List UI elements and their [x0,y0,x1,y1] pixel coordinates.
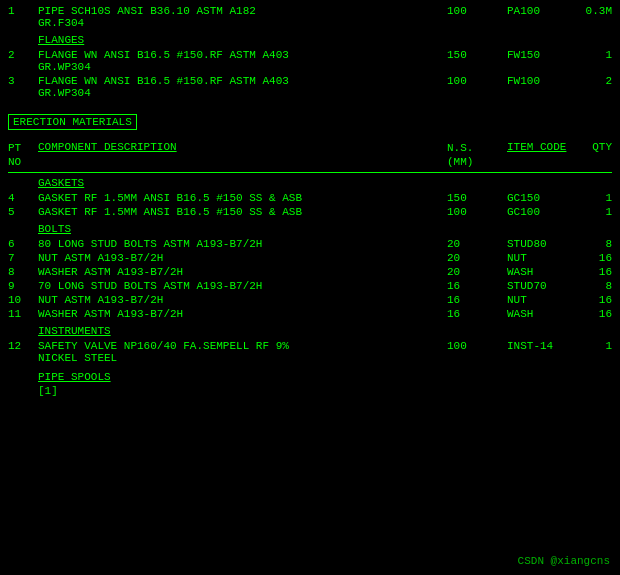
flanges-section: FLANGES 2 FLANGE WN ANSI B16.5 #150.RF A… [8,34,612,100]
qty-cell: 16 [577,308,612,320]
qty-cell: 16 [577,252,612,264]
code-cell: NUT [507,252,577,264]
desc-cell: PIPE SCH10S ANSI B36.10 ASTM A182 GR.F30… [38,5,447,29]
code-cell: STUD80 [507,238,577,250]
table-row: 12 SAFETY VALVE NP160/40 FA.SEMPELL RF 9… [8,339,612,365]
qty-cell: 16 [577,266,612,278]
ns-cell: 16 [447,308,507,320]
desc-cell: GASKET RF 1.5MM ANSI B16.5 #150 SS & ASB [38,192,447,204]
code-cell: NUT [507,294,577,306]
ns-cell: 150 [447,192,507,204]
table-row: 8 WASHER ASTM A193-B7/2H 20 WASH 16 [8,265,612,279]
qty-cell: 8 [577,280,612,292]
pt-cell: 5 [8,206,38,218]
instruments-label: INSTRUMENTS [38,325,612,337]
table-row: 7 NUT ASTM A193-B7/2H 20 NUT 16 [8,251,612,265]
desc-cell: SAFETY VALVE NP160/40 FA.SEMPELL RF 9% N… [38,340,447,364]
pt-cell: 1 [8,5,38,17]
pt-cell: 4 [8,192,38,204]
table-row: 11 WASHER ASTM A193-B7/2H 16 WASH 16 [8,307,612,321]
desc-cell: FLANGE WN ANSI B16.5 #150.RF ASTM A403 G… [38,49,447,73]
ns-cell: 100 [447,75,507,87]
pt-cell: 9 [8,280,38,292]
pipe-spools-ref: [1] [38,385,58,397]
ns-cell: 100 [447,206,507,218]
ns-cell: 16 [447,280,507,292]
item-code-header: ITEM CODE [507,141,577,153]
ns-cell: 16 [447,294,507,306]
qty-cell: 0.3M [577,5,612,17]
qty-cell: 16 [577,294,612,306]
table-row: 3 FLANGE WN ANSI B16.5 #150.RF ASTM A403… [8,74,612,100]
table-row: 10 NUT ASTM A193-B7/2H 16 NUT 16 [8,293,612,307]
desc-cell: NUT ASTM A193-B7/2H [38,252,447,264]
pt-cell: 12 [8,340,38,352]
desc-cell: WASHER ASTM A193-B7/2H [38,266,447,278]
qty-header: QTY [577,141,612,153]
pt-cell: 11 [8,308,38,320]
code-cell: GC100 [507,206,577,218]
table-row: 1 PIPE SCH10S ANSI B36.10 ASTM A182 GR.F… [8,4,612,30]
desc-cell: NUT ASTM A193-B7/2H [38,294,447,306]
qty-cell: 8 [577,238,612,250]
ns-cell: 20 [447,252,507,264]
table-row: 6 80 LONG STUD BOLTS ASTM A193-B7/2H 20 … [8,237,612,251]
code-cell: FW150 [507,49,577,61]
desc-cell: 80 LONG STUD BOLTS ASTM A193-B7/2H [38,238,447,250]
pt-cell: 2 [8,49,38,61]
flanges-label: FLANGES [38,34,612,46]
code-cell: FW100 [507,75,577,87]
gaskets-label: GASKETS [38,177,612,189]
qty-cell: 1 [577,340,612,352]
erection-materials-section: ERECTION MATERIALS [8,108,612,133]
desc-cell: FLANGE WN ANSI B16.5 #150.RF ASTM A403 G… [38,75,447,99]
desc-header: COMPONENT DESCRIPTION [38,141,447,153]
bolts-section: BOLTS 6 80 LONG STUD BOLTS ASTM A193-B7/… [8,223,612,321]
erection-materials-label: ERECTION MATERIALS [8,114,137,130]
watermark: CSDN @xiangcns [518,555,610,567]
qty-cell: 1 [577,49,612,61]
qty-cell: 1 [577,206,612,218]
code-cell: WASH [507,266,577,278]
qty-cell: 1 [577,192,612,204]
pt-cell: 7 [8,252,38,264]
table-header: PTNO COMPONENT DESCRIPTION N.S.(MM) ITEM… [8,139,612,173]
ns-cell: 100 [447,5,507,17]
instruments-section: INSTRUMENTS 12 SAFETY VALVE NP160/40 FA.… [8,325,612,365]
code-cell: WASH [507,308,577,320]
pre-section: 1 PIPE SCH10S ANSI B36.10 ASTM A182 GR.F… [8,4,612,30]
ns-cell: 150 [447,49,507,61]
pipe-spools-label: PIPE SPOOLS [38,371,612,383]
qty-cell: 2 [577,75,612,87]
ns-cell: 100 [447,340,507,352]
desc-cell: WASHER ASTM A193-B7/2H [38,308,447,320]
pt-cell: 6 [8,238,38,250]
ns-header: N.S.(MM) [447,141,507,170]
code-cell: GC150 [507,192,577,204]
table-row: 9 70 LONG STUD BOLTS ASTM A193-B7/2H 16 … [8,279,612,293]
desc-cell: 70 LONG STUD BOLTS ASTM A193-B7/2H [38,280,447,292]
code-cell: STUD70 [507,280,577,292]
pt-cell: 8 [8,266,38,278]
gaskets-section: GASKETS 4 GASKET RF 1.5MM ANSI B16.5 #15… [8,177,612,219]
desc-cell: GASKET RF 1.5MM ANSI B16.5 #150 SS & ASB [38,206,447,218]
ns-cell: 20 [447,238,507,250]
table-row: 4 GASKET RF 1.5MM ANSI B16.5 #150 SS & A… [8,191,612,205]
pt-cell: 10 [8,294,38,306]
table-row: 2 FLANGE WN ANSI B16.5 #150.RF ASTM A403… [8,48,612,74]
pt-no-header: PTNO [8,141,38,170]
table-row: 5 GASKET RF 1.5MM ANSI B16.5 #150 SS & A… [8,205,612,219]
pipe-spools-section: PIPE SPOOLS [1] [8,371,612,397]
code-cell: INST-14 [507,340,577,352]
pt-cell: 3 [8,75,38,87]
code-cell: PA100 [507,5,577,17]
ns-cell: 20 [447,266,507,278]
main-container: 1 PIPE SCH10S ANSI B36.10 ASTM A182 GR.F… [0,0,620,575]
bolts-label: BOLTS [38,223,612,235]
